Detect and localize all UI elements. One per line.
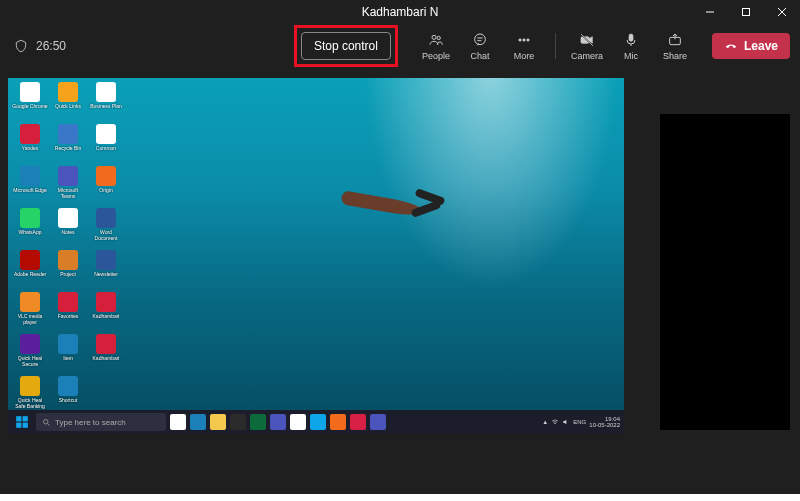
duration-text: 26:50 <box>36 39 66 53</box>
svg-point-9 <box>519 39 521 41</box>
minimize-button[interactable] <box>692 0 728 24</box>
taskbar-app[interactable] <box>170 414 186 430</box>
svg-rect-19 <box>23 416 28 421</box>
mic-icon <box>623 32 639 48</box>
title-bar: Kadhambari N <box>0 0 800 24</box>
participant-video-panel <box>660 114 790 430</box>
desktop-icon[interactable]: Kadhambari <box>88 334 124 374</box>
share-icon <box>667 32 683 48</box>
call-timer: 26:50 <box>14 39 66 53</box>
leave-button[interactable]: Leave <box>712 33 790 59</box>
camera-off-icon <box>579 32 595 48</box>
desktop-icon[interactable]: Adobe Reader <box>12 250 48 290</box>
camera-button[interactable]: Camera <box>568 31 606 61</box>
start-button[interactable] <box>12 412 32 432</box>
desktop-icon[interactable]: Recycle Bin <box>50 124 86 164</box>
desktop-icon[interactable]: Google Chrome <box>12 82 48 122</box>
taskbar-app[interactable] <box>270 414 286 430</box>
svg-point-4 <box>432 35 436 39</box>
svg-rect-20 <box>16 423 21 428</box>
desktop-icon[interactable]: Kadhambari <box>88 292 124 332</box>
taskbar-app[interactable] <box>310 414 326 430</box>
taskbar-app[interactable] <box>250 414 266 430</box>
svg-rect-1 <box>743 9 750 16</box>
share-button[interactable]: Share <box>656 31 694 61</box>
taskbar-app[interactable] <box>230 414 246 430</box>
taskbar-app[interactable] <box>190 414 206 430</box>
desktop-icon[interactable]: Quick Heal Secure <box>12 334 48 374</box>
chat-button[interactable]: Chat <box>461 31 499 61</box>
mic-button[interactable]: Mic <box>612 31 650 61</box>
windows-taskbar: Type here to search ▲ ENG <box>8 410 624 434</box>
desktop-icon[interactable]: Favorites <box>50 292 86 332</box>
taskbar-app[interactable] <box>350 414 366 430</box>
more-button[interactable]: More <box>505 31 543 61</box>
window-controls <box>692 0 800 24</box>
desktop-icon[interactable]: Project <box>50 250 86 290</box>
desktop-icon[interactable]: Newsletter <box>88 250 124 290</box>
desktop-icon[interactable]: Word Document <box>88 208 124 248</box>
desktop-icon[interactable]: Common <box>88 124 124 164</box>
desktop-icon[interactable]: Quick Links <box>50 82 86 122</box>
chat-icon <box>472 32 488 48</box>
people-button[interactable]: People <box>417 31 455 61</box>
svg-rect-15 <box>629 34 633 41</box>
divider <box>555 33 556 59</box>
desktop-icon[interactable]: VLC media player <box>12 292 48 332</box>
svg-point-22 <box>44 419 49 424</box>
windows-icon <box>15 415 29 429</box>
taskbar-app[interactable] <box>370 414 386 430</box>
sound-icon <box>562 418 570 426</box>
desktop-icon[interactable]: Item <box>50 334 86 374</box>
svg-line-23 <box>48 423 50 425</box>
svg-rect-18 <box>16 416 21 421</box>
call-toolbar: 26:50 Stop control People Chat More Came… <box>0 24 800 68</box>
more-icon <box>516 32 532 48</box>
svg-point-10 <box>523 39 525 41</box>
desktop-icon[interactable]: Microsoft Teams <box>50 166 86 206</box>
shared-screen: Google ChromeQuick LinksBusiness PlanYan… <box>8 78 624 434</box>
stop-control-button[interactable]: Stop control <box>301 32 391 60</box>
window-title: Kadhambari N <box>362 5 439 19</box>
highlight-box: Stop control <box>299 30 393 62</box>
desktop-icon[interactable]: Business Plan <box>88 82 124 122</box>
svg-point-6 <box>475 34 486 45</box>
system-tray[interactable]: ▲ ENG 19:04 10-05-2022 <box>542 416 620 428</box>
svg-rect-21 <box>23 423 28 428</box>
close-button[interactable] <box>764 0 800 24</box>
desktop-icon[interactable]: Yandex <box>12 124 48 164</box>
shield-icon <box>14 39 28 53</box>
maximize-button[interactable] <box>728 0 764 24</box>
hangup-icon <box>724 39 738 53</box>
wifi-icon <box>551 418 559 426</box>
taskbar-search[interactable]: Type here to search <box>36 413 166 431</box>
desktop-icons-grid: Google ChromeQuick LinksBusiness PlanYan… <box>12 82 124 416</box>
desktop-icon[interactable]: WhatsApp <box>12 208 48 248</box>
desktop-icon[interactable]: Microsoft Edge <box>12 166 48 206</box>
teams-call-window: Kadhambari N 26:50 Stop control People C… <box>0 0 800 494</box>
svg-point-11 <box>527 39 529 41</box>
search-icon <box>42 418 51 427</box>
taskbar-app[interactable] <box>290 414 306 430</box>
taskbar-app[interactable] <box>330 414 346 430</box>
people-icon <box>428 32 444 48</box>
svg-point-5 <box>437 36 440 39</box>
desktop-icon[interactable]: Notes <box>50 208 86 248</box>
taskbar-app[interactable] <box>210 414 226 430</box>
desktop-icon[interactable]: Origin <box>88 166 124 206</box>
